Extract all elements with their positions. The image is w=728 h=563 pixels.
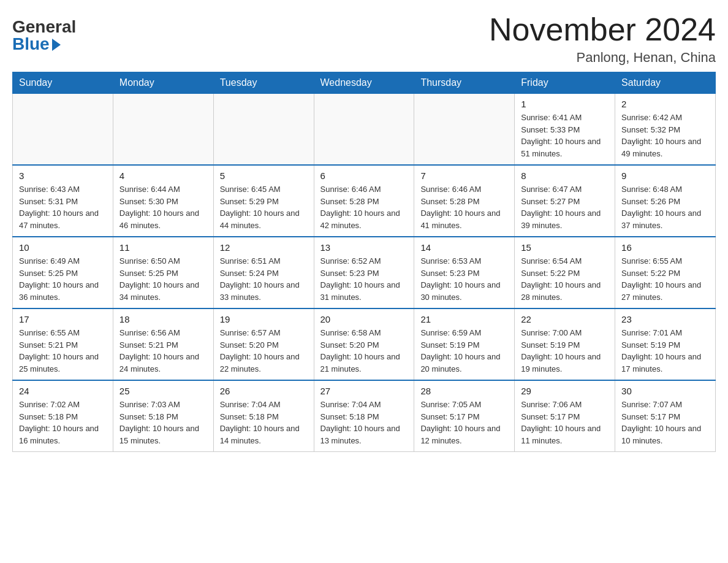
day-info: Sunrise: 7:05 AMSunset: 5:17 PMDaylight:… <box>420 399 508 446</box>
day-number: 3 <box>19 170 107 181</box>
day-number: 20 <box>320 314 408 324</box>
calendar-cell: 17Sunrise: 6:55 AMSunset: 5:21 PMDayligh… <box>13 308 113 380</box>
day-number: 12 <box>220 242 308 253</box>
calendar-cell <box>213 94 314 166</box>
calendar-day-header: Monday <box>113 72 213 94</box>
logo-blue-text: Blue <box>12 36 61 53</box>
location: Panlong, Henan, China <box>489 50 716 66</box>
day-info: Sunrise: 6:48 AMSunset: 5:26 PMDaylight:… <box>621 183 709 231</box>
day-info: Sunrise: 6:57 AMSunset: 5:20 PMDaylight:… <box>220 327 308 375</box>
day-info: Sunrise: 6:45 AMSunset: 5:29 PMDaylight:… <box>220 183 308 231</box>
day-number: 23 <box>621 314 709 324</box>
calendar-cell: 24Sunrise: 7:02 AMSunset: 5:18 PMDayligh… <box>13 380 113 452</box>
day-number: 7 <box>420 170 508 181</box>
day-info: Sunrise: 6:56 AMSunset: 5:21 PMDaylight:… <box>119 327 207 375</box>
day-number: 11 <box>119 242 207 253</box>
day-info: Sunrise: 7:00 AMSunset: 5:19 PMDaylight:… <box>521 327 609 375</box>
calendar-cell: 22Sunrise: 7:00 AMSunset: 5:19 PMDayligh… <box>515 308 615 380</box>
day-number: 4 <box>119 170 207 181</box>
day-number: 25 <box>119 386 207 396</box>
day-number: 6 <box>320 170 408 181</box>
day-number: 14 <box>420 242 508 253</box>
day-number: 21 <box>420 314 508 324</box>
day-number: 22 <box>521 314 609 324</box>
calendar-day-header: Sunday <box>13 72 113 94</box>
calendar-cell: 13Sunrise: 6:52 AMSunset: 5:23 PMDayligh… <box>314 237 414 308</box>
calendar-cell: 1Sunrise: 6:41 AMSunset: 5:33 PMDaylight… <box>515 94 615 166</box>
day-number: 1 <box>521 99 609 109</box>
day-number: 13 <box>320 242 408 253</box>
day-info: Sunrise: 6:44 AMSunset: 5:30 PMDaylight:… <box>119 183 207 231</box>
day-number: 28 <box>420 386 508 396</box>
calendar-day-header: Saturday <box>615 72 716 94</box>
calendar-cell: 29Sunrise: 7:06 AMSunset: 5:17 PMDayligh… <box>515 380 615 452</box>
day-info: Sunrise: 7:02 AMSunset: 5:18 PMDaylight:… <box>19 399 107 446</box>
calendar-cell: 23Sunrise: 7:01 AMSunset: 5:19 PMDayligh… <box>615 308 716 380</box>
day-info: Sunrise: 6:41 AMSunset: 5:33 PMDaylight:… <box>521 112 609 159</box>
calendar-cell: 11Sunrise: 6:50 AMSunset: 5:25 PMDayligh… <box>113 237 213 308</box>
calendar-cell: 16Sunrise: 6:55 AMSunset: 5:22 PMDayligh… <box>615 237 716 308</box>
calendar-cell: 15Sunrise: 6:54 AMSunset: 5:22 PMDayligh… <box>515 237 615 308</box>
calendar-cell: 5Sunrise: 6:45 AMSunset: 5:29 PMDaylight… <box>213 165 314 237</box>
day-info: Sunrise: 7:04 AMSunset: 5:18 PMDaylight:… <box>320 399 408 446</box>
day-number: 19 <box>220 314 308 324</box>
calendar-cell: 6Sunrise: 6:46 AMSunset: 5:28 PMDaylight… <box>314 165 414 237</box>
day-info: Sunrise: 6:53 AMSunset: 5:23 PMDaylight:… <box>420 255 508 303</box>
day-info: Sunrise: 6:55 AMSunset: 5:22 PMDaylight:… <box>621 255 709 303</box>
calendar-cell: 30Sunrise: 7:07 AMSunset: 5:17 PMDayligh… <box>615 380 716 452</box>
day-number: 8 <box>521 170 609 181</box>
day-number: 2 <box>621 99 709 109</box>
calendar-week-row: 24Sunrise: 7:02 AMSunset: 5:18 PMDayligh… <box>13 380 716 452</box>
calendar-day-header: Thursday <box>414 72 515 94</box>
day-number: 29 <box>521 386 609 396</box>
day-info: Sunrise: 6:52 AMSunset: 5:23 PMDaylight:… <box>320 255 408 303</box>
day-info: Sunrise: 7:03 AMSunset: 5:18 PMDaylight:… <box>119 399 207 446</box>
day-info: Sunrise: 7:01 AMSunset: 5:19 PMDaylight:… <box>621 327 709 375</box>
day-number: 16 <box>621 242 709 253</box>
logo-arrow-icon <box>52 39 61 51</box>
calendar-cell: 2Sunrise: 6:42 AMSunset: 5:32 PMDaylight… <box>615 94 716 166</box>
day-number: 26 <box>220 386 308 396</box>
calendar-day-header: Tuesday <box>213 72 314 94</box>
calendar-header-row: SundayMondayTuesdayWednesdayThursdayFrid… <box>13 72 716 94</box>
day-info: Sunrise: 6:54 AMSunset: 5:22 PMDaylight:… <box>521 255 609 303</box>
page-header: General Blue November 2024 Panlong, Hena… <box>12 12 716 66</box>
day-info: Sunrise: 7:06 AMSunset: 5:17 PMDaylight:… <box>521 399 609 446</box>
logo: General Blue <box>12 12 76 53</box>
day-number: 5 <box>220 170 308 181</box>
calendar-cell <box>314 94 414 166</box>
calendar-cell: 12Sunrise: 6:51 AMSunset: 5:24 PMDayligh… <box>213 237 314 308</box>
logo-general-text: General <box>12 18 76 36</box>
day-info: Sunrise: 6:49 AMSunset: 5:25 PMDaylight:… <box>19 255 107 303</box>
calendar-cell: 21Sunrise: 6:59 AMSunset: 5:19 PMDayligh… <box>414 308 515 380</box>
calendar-cell: 25Sunrise: 7:03 AMSunset: 5:18 PMDayligh… <box>113 380 213 452</box>
calendar-cell: 10Sunrise: 6:49 AMSunset: 5:25 PMDayligh… <box>13 237 113 308</box>
day-info: Sunrise: 6:43 AMSunset: 5:31 PMDaylight:… <box>19 183 107 231</box>
day-number: 30 <box>621 386 709 396</box>
day-info: Sunrise: 6:50 AMSunset: 5:25 PMDaylight:… <box>119 255 207 303</box>
calendar-week-row: 10Sunrise: 6:49 AMSunset: 5:25 PMDayligh… <box>13 237 716 308</box>
calendar-cell: 14Sunrise: 6:53 AMSunset: 5:23 PMDayligh… <box>414 237 515 308</box>
title-block: November 2024 Panlong, Henan, China <box>489 12 716 66</box>
day-info: Sunrise: 6:47 AMSunset: 5:27 PMDaylight:… <box>521 183 609 231</box>
calendar-cell: 4Sunrise: 6:44 AMSunset: 5:30 PMDaylight… <box>113 165 213 237</box>
day-info: Sunrise: 6:59 AMSunset: 5:19 PMDaylight:… <box>420 327 508 375</box>
calendar-cell: 26Sunrise: 7:04 AMSunset: 5:18 PMDayligh… <box>213 380 314 452</box>
calendar-cell <box>414 94 515 166</box>
day-number: 15 <box>521 242 609 253</box>
day-number: 10 <box>19 242 107 253</box>
calendar-week-row: 3Sunrise: 6:43 AMSunset: 5:31 PMDaylight… <box>13 165 716 237</box>
calendar-cell: 8Sunrise: 6:47 AMSunset: 5:27 PMDaylight… <box>515 165 615 237</box>
calendar-cell <box>113 94 213 166</box>
day-info: Sunrise: 6:46 AMSunset: 5:28 PMDaylight:… <box>320 183 408 231</box>
day-number: 9 <box>621 170 709 181</box>
calendar-week-row: 1Sunrise: 6:41 AMSunset: 5:33 PMDaylight… <box>13 94 716 166</box>
calendar-table: SundayMondayTuesdayWednesdayThursdayFrid… <box>12 72 716 452</box>
calendar-cell: 9Sunrise: 6:48 AMSunset: 5:26 PMDaylight… <box>615 165 716 237</box>
calendar-cell: 20Sunrise: 6:58 AMSunset: 5:20 PMDayligh… <box>314 308 414 380</box>
day-info: Sunrise: 6:42 AMSunset: 5:32 PMDaylight:… <box>621 112 709 159</box>
calendar-cell <box>13 94 113 166</box>
day-info: Sunrise: 6:55 AMSunset: 5:21 PMDaylight:… <box>19 327 107 375</box>
calendar-week-row: 17Sunrise: 6:55 AMSunset: 5:21 PMDayligh… <box>13 308 716 380</box>
day-info: Sunrise: 6:51 AMSunset: 5:24 PMDaylight:… <box>220 255 308 303</box>
